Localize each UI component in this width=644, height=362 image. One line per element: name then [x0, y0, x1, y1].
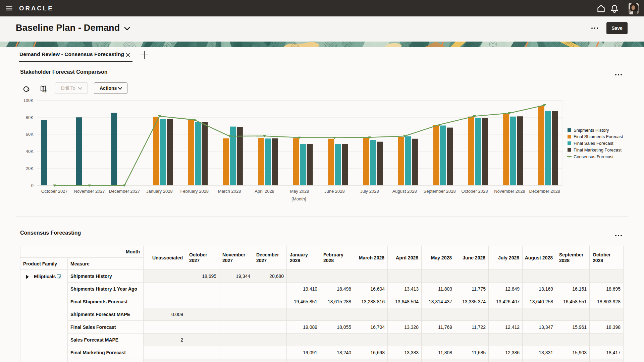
- svg-text:July 2028: July 2028: [360, 189, 379, 194]
- svg-text:[Month]: [Month]: [291, 196, 306, 201]
- svg-text:November 2027: November 2027: [74, 189, 105, 194]
- svg-text:November 2028: November 2028: [494, 189, 525, 194]
- svg-text:0: 0: [31, 183, 34, 188]
- svg-text:ORACLE: ORACLE: [19, 5, 53, 12]
- svg-text:#: #: [45, 89, 47, 93]
- svg-text:December 2027: December 2027: [109, 189, 140, 194]
- svg-text:60K: 60K: [26, 132, 34, 137]
- svg-text:May 2028: May 2028: [290, 189, 309, 194]
- svg-text:Consensus Forecast: Consensus Forecast: [574, 154, 614, 159]
- svg-text:August 2028: August 2028: [392, 189, 417, 194]
- svg-text:40K: 40K: [26, 149, 34, 154]
- svg-text:20K: 20K: [26, 166, 34, 171]
- svg-text:September 2028: September 2028: [424, 189, 456, 194]
- svg-text:April 2028: April 2028: [255, 189, 274, 194]
- svg-text:Final Marketing Forecast: Final Marketing Forecast: [574, 147, 622, 153]
- svg-text:Final Sales Forecast: Final Sales Forecast: [574, 141, 613, 146]
- svg-text:100K: 100K: [23, 98, 34, 103]
- svg-text:March 2028: March 2028: [218, 189, 241, 194]
- svg-text:January 2028: January 2028: [146, 189, 173, 194]
- svg-text:October 2028: October 2028: [462, 189, 488, 194]
- svg-text:February 2028: February 2028: [180, 189, 209, 194]
- svg-text:80K: 80K: [26, 115, 34, 120]
- svg-text:Shipments History: Shipments History: [574, 128, 609, 133]
- svg-text:Final Shipments Forecast: Final Shipments Forecast: [574, 134, 623, 139]
- svg-text:June 2028: June 2028: [324, 189, 345, 194]
- svg-text:October 2027: October 2027: [41, 189, 68, 194]
- svg-text:December 2028: December 2028: [529, 189, 560, 194]
